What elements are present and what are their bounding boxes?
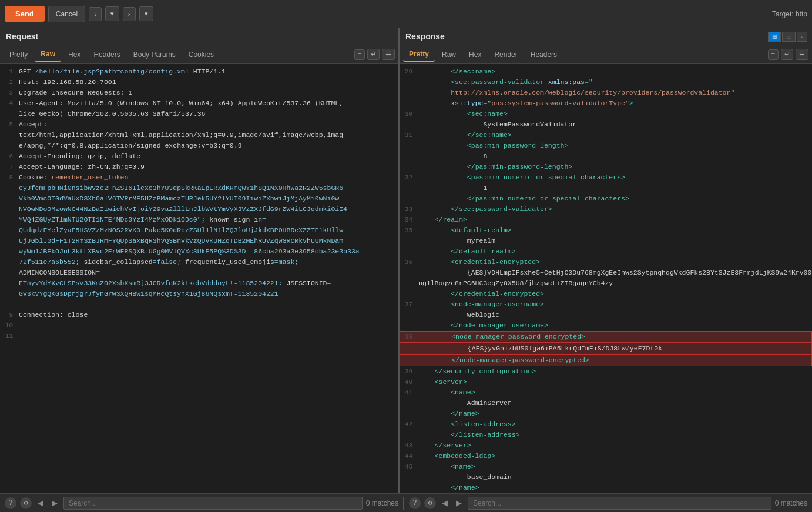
resp-linenum-37c [400,320,416,331]
tab-request-pretty[interactable]: Pretty [4,48,33,61]
resp-line-38: 38 <node-manager-password-encrypted> [400,331,812,343]
resp-linenum-45: 45 [400,461,416,472]
resp-content-30b: SystemPasswordValidator [416,119,812,130]
resp-line-29d: xsi:type="pas:system-password-validatorT… [400,98,812,109]
help-icon-left[interactable]: ? [5,497,16,509]
req-content-7: Accept-Language: zh-CN,zh;q=0.9 [16,162,398,172]
resp-line-38c: </node-manager-password-encrypted> [400,354,812,366]
response-tab-actions: ≡ ↵ ☰ [768,49,808,60]
nav-right-dropdown-button[interactable]: ▾ [139,6,153,21]
req-line-2: 2 Host: 192.168.58.20:7001 [0,77,398,88]
request-wrap-btn[interactable]: ≡ [354,49,365,60]
view-split-btn[interactable]: ⊟ [768,32,781,42]
req-line-10: 10 [0,320,398,331]
resp-linenum-29b [400,77,416,88]
resp-line-35: 35 <default-realm> [400,225,812,236]
resp-line-37: 37 <node-manager-username> [400,299,812,310]
cancel-button[interactable]: Cancel [48,6,85,22]
help-icon-right[interactable]: ? [409,497,421,509]
resp-content-38b: {AES}yvGnizbUS0lga6iPA5LkrQdImFiS/DJ8Lw/… [417,343,811,354]
resp-content-35c: </default-realm> [416,246,812,257]
status-bar: ? ⚙ ◀ ▶ 0 matches ? ⚙ ◀ ▶ 0 matches [0,493,812,512]
req-line-5: 5 Accept: text/html,application/xhtml+xm… [0,119,398,151]
tab-request-headers[interactable]: Headers [88,48,126,61]
settings-icon-left[interactable]: ⚙ [20,497,32,509]
resp-content-29: </sec:name> [416,66,812,77]
resp-content-36: <credential-encrypted> [416,257,812,267]
request-newline-btn[interactable]: ↵ [367,49,380,60]
nav-prev-left[interactable]: ◀ [35,497,46,508]
request-code-area[interactable]: 1 GET /hello/file.jsp?path=config/config… [0,64,398,493]
view-minimal-btn[interactable]: ▫ [797,32,807,42]
nav-right-button[interactable]: › [123,7,136,21]
resp-linenum-33: 33 [400,204,416,215]
resp-linenum-36b [400,267,416,289]
req-content-11 [16,331,398,342]
resp-line-45b: base_domain [400,472,812,483]
send-button[interactable]: Send [5,6,45,22]
resp-content-39: </security-configuration> [416,366,812,377]
response-menu-btn[interactable]: ☰ [796,49,808,60]
nav-prev-right[interactable]: ◀ [439,497,450,508]
resp-linenum-36: 36 [400,257,416,267]
main-pane: Request Pretty Raw Hex Headers Body Para… [0,28,812,493]
resp-line-30: 30 <sec:name> [400,109,812,119]
search-input-left[interactable] [63,497,363,510]
req-content-2: Host: 192.168.58.20:7001 [16,77,398,88]
tab-response-raw[interactable]: Raw [436,48,462,61]
resp-line-31: 31 </sec:name> [400,130,812,140]
resp-linenum-35b [400,236,416,246]
req-line-7: 7 Accept-Language: zh-CN,zh;q=0.9 [0,162,398,172]
req-line-6: 6 Accept-Encoding: gzip, deflate [0,151,398,162]
response-newline-btn[interactable]: ↵ [781,49,793,60]
response-code-area[interactable]: 29 </sec:name> <sec:password-validator x… [400,64,812,493]
req-line-1: 1 GET /hello/file.jsp?path=config/config… [0,66,398,77]
nav-left-button[interactable]: ‹ [89,7,102,21]
resp-line-32c: </pas:min-numeric-or-special-characters> [400,193,812,204]
resp-content-31d: </pas:min-password-length> [416,162,812,172]
tab-response-headers[interactable]: Headers [525,48,563,61]
nav-next-left[interactable]: ▶ [49,497,60,508]
resp-linenum-41b [400,398,416,409]
nav-dropdown-button[interactable]: ▾ [105,6,119,21]
resp-content-32c: </pas:min-numeric-or-special-characters> [416,193,812,204]
resp-line-41c: </name> [400,409,812,419]
tab-response-hex[interactable]: Hex [463,48,487,61]
resp-content-31c: 8 [416,151,812,162]
req-linenum-9: 9 [0,310,16,320]
tab-request-hex[interactable]: Hex [62,48,86,61]
resp-content-32b: 1 [416,183,812,193]
tab-response-render[interactable]: Render [488,48,523,61]
req-content-10 [16,320,398,331]
resp-linenum-37: 37 [400,299,416,310]
resp-linenum-36c [400,289,416,299]
request-menu-btn[interactable]: ☰ [382,49,395,60]
tab-response-pretty[interactable]: Pretty [403,48,435,62]
req-linenum-6: 6 [0,151,16,162]
resp-linenum-42: 42 [400,419,416,430]
resp-linenum-37b [400,310,416,320]
resp-linenum-31c [400,151,416,162]
tab-request-body-params[interactable]: Body Params [127,48,182,61]
tab-request-cookies[interactable]: Cookies [183,48,220,61]
resp-linenum-39: 39 [400,366,416,377]
resp-linenum-35: 35 [400,225,416,236]
resp-line-38b: {AES}yvGnizbUS0lga6iPA5LkrQdImFiS/DJ8Lw/… [400,343,812,354]
resp-line-40: 40 <server> [400,377,812,387]
req-linenum-7: 7 [0,162,16,172]
response-header-row: Response ⊟ ▭ ▫ [400,28,812,45]
resp-linenum-32b [400,183,416,193]
request-header-row: Request [0,28,398,45]
nav-next-right[interactable]: ▶ [454,497,464,508]
response-wrap-btn[interactable]: ≡ [768,49,779,60]
resp-line-41: 41 <name> [400,387,812,398]
tab-request-raw[interactable]: Raw [35,48,61,62]
split-status: ? ⚙ ◀ ▶ 0 matches ? ⚙ ◀ ▶ 0 matches [5,497,807,510]
settings-icon-right[interactable]: ⚙ [424,497,436,509]
search-input-right[interactable] [468,497,771,510]
resp-content-37b: weblogic [416,310,812,320]
req-content-8: Cookie: remember_user_token= eyJfcmFpbHM… [16,172,398,310]
resp-line-43: 43 </server> [400,440,812,451]
view-single-btn[interactable]: ▭ [782,32,796,42]
toolbar: Send Cancel ‹ ▾ › ▾ Target: http [0,0,812,28]
